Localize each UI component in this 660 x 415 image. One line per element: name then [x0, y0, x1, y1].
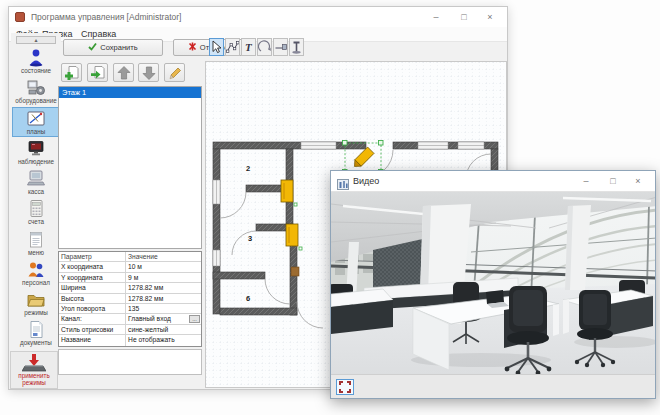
properties-table: Параметр Значение X координата 10 м Y ко…: [58, 251, 202, 347]
door-tool-button[interactable]: [273, 38, 288, 56]
apply-modes-label-1: применить: [11, 372, 57, 379]
office-camera-view: [331, 192, 655, 375]
document-icon: [12, 320, 60, 339]
sidebar-item-label: касса: [12, 188, 60, 195]
folder-icon: [12, 290, 60, 309]
floor-list-item[interactable]: Этаж 1: [59, 87, 201, 98]
video-frame: [331, 192, 655, 375]
move-down-button[interactable]: [138, 63, 159, 82]
sidebar-item-plany[interactable]: планы: [12, 107, 60, 137]
people-icon: [12, 260, 60, 279]
sidebar-item-menyu[interactable]: меню: [12, 229, 60, 259]
sidebar-item-label: состояние: [12, 67, 60, 74]
minimize-button[interactable]: –: [423, 7, 449, 27]
header-value: Значение: [126, 252, 201, 261]
room-label-6: 6: [246, 294, 250, 303]
video-minimize-button[interactable]: –: [573, 171, 599, 192]
sidebar-item-kassa[interactable]: касса: [12, 168, 60, 198]
floors-list[interactable]: Этаж 1: [58, 86, 202, 249]
sidebar-item-label: персонал: [12, 279, 60, 286]
sidebar-item-label: наблюдение: [12, 158, 60, 165]
channel-browse-button[interactable]: ...: [189, 315, 200, 323]
sidebar-item-label: документы: [12, 339, 60, 346]
calculator-icon: [12, 199, 60, 218]
import-floor-button[interactable]: [87, 63, 108, 82]
text-tool-glyph: T: [245, 41, 253, 53]
save-label: Сохранить: [100, 43, 137, 52]
window-title: Программа управления [Administrator]: [31, 12, 181, 22]
turnstile-tool-button[interactable]: [289, 38, 304, 56]
sidebar-item-personal[interactable]: персонал: [12, 259, 60, 289]
polyline-tool-button[interactable]: [225, 38, 240, 56]
sidebar-item-label: меню: [12, 249, 60, 256]
desk-left: [331, 289, 393, 334]
main-titlebar[interactable]: Программа управления [Administrator] – □…: [9, 7, 507, 27]
sidebar-item-label: счета: [12, 218, 60, 225]
video-close-button[interactable]: ×: [625, 171, 651, 192]
sidebar-item-label: планы: [13, 128, 59, 135]
text-tool-button[interactable]: T: [241, 38, 256, 56]
equipment-icon: [12, 78, 60, 97]
sidebar-item-scheta[interactable]: счета: [12, 198, 60, 228]
header-parameter: Параметр: [59, 252, 126, 261]
notepad-icon: [12, 230, 60, 249]
rename-floor-button[interactable]: [164, 63, 185, 82]
sidebar-item-label: оборудование: [12, 97, 60, 104]
property-row-channel: Канал: Главный вход ...: [59, 314, 201, 324]
sidebar-item-sostoyanie[interactable]: состояние: [12, 47, 60, 77]
video-titlebar[interactable]: Видео – □ ×: [331, 171, 655, 192]
video-window-title: Видео: [353, 176, 379, 186]
property-row-title: Название Не отображать: [59, 335, 201, 345]
properties-header-row: Параметр Значение: [59, 252, 201, 262]
property-row-height: Высота 1278.82 мм: [59, 294, 201, 304]
sidebar-item-label: режимы: [12, 309, 60, 316]
reader-marker[interactable]: [291, 267, 299, 276]
monitor-icon: [12, 139, 60, 158]
properties-footer-panel: [58, 349, 202, 375]
sidebar-item-dokumenty[interactable]: документы: [12, 319, 60, 349]
cash-register-icon: [12, 169, 60, 188]
video-maximize-button[interactable]: □: [600, 171, 626, 192]
fullscreen-button[interactable]: [336, 379, 354, 395]
close-button[interactable]: ×: [477, 7, 503, 27]
apply-modes-button[interactable]: применить режимы: [10, 351, 58, 389]
maximize-button[interactable]: □: [451, 7, 477, 27]
room-label-3: 3: [248, 234, 252, 243]
save-button[interactable]: Сохранить: [63, 39, 163, 56]
desktop: Программа управления [Administrator] – □…: [0, 0, 660, 415]
rotate-tool-button[interactable]: [257, 38, 272, 56]
sidebar-item-nablyudenie[interactable]: наблюдение: [12, 138, 60, 168]
property-row-style: Стиль отрисовки сине-желтый: [59, 325, 201, 335]
person-icon: [12, 48, 60, 67]
fullscreen-icon: [339, 381, 351, 393]
menu-help[interactable]: Справка: [81, 29, 116, 39]
video-statusbar: [331, 374, 655, 398]
video-window: Видео – □ ×: [330, 170, 656, 399]
room-label-2: 2: [246, 164, 250, 173]
add-floor-button[interactable]: [61, 63, 82, 82]
property-row-x: X координата 10 м: [59, 262, 201, 272]
plans-icon: [13, 109, 59, 128]
move-up-button[interactable]: [113, 63, 134, 82]
property-row-y: Y координата 9 м: [59, 273, 201, 283]
property-row-width: Ширина 1278.82 мм: [59, 283, 201, 293]
property-row-angle: Угол поворота 135: [59, 304, 201, 314]
apply-modes-icon: [11, 353, 57, 372]
select-tool-button[interactable]: [209, 38, 224, 56]
sidebar-scroll-up-button[interactable]: ▴: [16, 36, 56, 44]
sidebar-item-rezhimy[interactable]: режимы: [12, 289, 60, 319]
app-icon: [15, 12, 25, 22]
apply-modes-label-2: режимы: [11, 379, 57, 386]
sidebar: ▴ состояние оборудование планы наблюдени…: [11, 33, 61, 389]
sidebar-item-oborudovanie[interactable]: оборудование: [12, 77, 60, 107]
